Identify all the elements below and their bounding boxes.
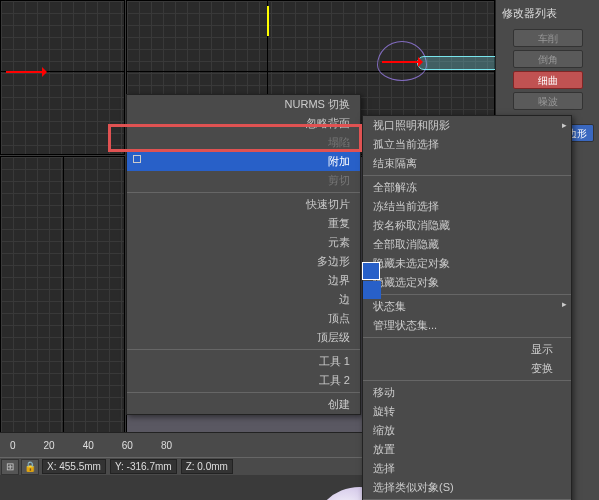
axis-x (127, 71, 494, 72)
menu-item[interactable]: 忽略背面 (127, 114, 360, 133)
menu-item[interactable]: 边 (127, 290, 360, 309)
menu-item[interactable]: 变换 (363, 359, 571, 378)
menu-item[interactable]: NURMS 切换 (127, 95, 360, 114)
menu-item[interactable]: 选择类似对象(S) (363, 478, 571, 497)
viewport-bottom-left[interactable] (0, 156, 125, 475)
tool-icon[interactable]: ⊞ (1, 459, 19, 475)
grid (1, 1, 124, 154)
menu-item[interactable]: 塌陷 (127, 133, 360, 152)
menu-item[interactable]: 边界 (127, 271, 360, 290)
menu-item[interactable]: 快速切片 (127, 192, 360, 214)
menu-indicator-icon (362, 262, 380, 280)
tick: 0 (10, 440, 16, 451)
z-coord[interactable]: Z: 0.0mm (181, 459, 233, 474)
menu-item[interactable]: 工具 2 (127, 371, 360, 390)
menu-item[interactable]: 孤立当前选择 (363, 135, 571, 154)
menu-item[interactable]: 全部解冻 (363, 175, 571, 197)
menu-item[interactable]: 结束隔离 (363, 154, 571, 173)
menu-item[interactable]: 旋转 (363, 402, 571, 421)
context-menu-left: NURMS 切换忽略背面塌陷附加剪切快速切片重复元素多边形边界边顶点顶层级工具 … (126, 94, 361, 415)
menu-item[interactable]: 移动 (363, 380, 571, 402)
y-coord[interactable]: Y: -316.7mm (110, 459, 177, 474)
menu-item[interactable]: 管理状态集... (363, 316, 571, 335)
menu-item[interactable]: 隐藏选定对象 (363, 273, 571, 292)
context-menu-right: 视口照明和阴影孤立当前选择结束隔离全部解冻冻结当前选择按名称取消隐藏全部取消隐藏… (362, 115, 572, 500)
menu-item[interactable]: 多边形 (127, 252, 360, 271)
menu-item[interactable]: 剪切 (127, 171, 360, 190)
menu-item[interactable]: 附加 (127, 152, 360, 171)
menu-item[interactable]: 顶层级 (127, 328, 360, 347)
menu-item[interactable]: 元素 (127, 233, 360, 252)
menu-item[interactable]: 显示 (363, 337, 571, 359)
x-coord[interactable]: X: 455.5mm (42, 459, 106, 474)
panel-title: 修改器列表 (502, 6, 593, 21)
arrow-icon (6, 71, 46, 73)
tick: 40 (83, 440, 94, 451)
menu-item[interactable]: 冻结当前选择 (363, 197, 571, 216)
arrow-icon (267, 6, 269, 36)
lathe-button[interactable]: 车削 (513, 29, 583, 47)
menu-item[interactable]: 视口照明和阴影 (363, 116, 571, 135)
menu-item[interactable]: 选择 (363, 459, 571, 478)
axis-y (63, 157, 64, 474)
chamfer-button[interactable]: 倒角 (513, 50, 583, 68)
bend-button[interactable]: 细曲 (513, 71, 583, 89)
menu-item[interactable]: 放置 (363, 440, 571, 459)
tick: 60 (122, 440, 133, 451)
menu-item[interactable]: 按名称取消隐藏 (363, 216, 571, 235)
arrow-icon (382, 61, 422, 63)
menu-item[interactable]: 工具 1 (127, 349, 360, 371)
viewport-top-left[interactable] (0, 0, 125, 155)
tick: 20 (44, 440, 55, 451)
tick: 80 (161, 440, 172, 451)
menu-item[interactable]: 顶点 (127, 309, 360, 328)
noise-button[interactable]: 噪波 (513, 92, 583, 110)
menu-item[interactable]: 隐藏未选定对象 (363, 254, 571, 273)
menu-item[interactable]: 状态集 (363, 294, 571, 316)
menu-item[interactable]: 全部取消隐藏 (363, 235, 571, 254)
menu-item[interactable]: 创建 (127, 392, 360, 414)
menu-item[interactable]: 重复 (127, 214, 360, 233)
lock-icon[interactable]: 🔒 (21, 459, 39, 475)
checkbox-icon (133, 155, 141, 163)
menu-item[interactable]: 缩放 (363, 421, 571, 440)
